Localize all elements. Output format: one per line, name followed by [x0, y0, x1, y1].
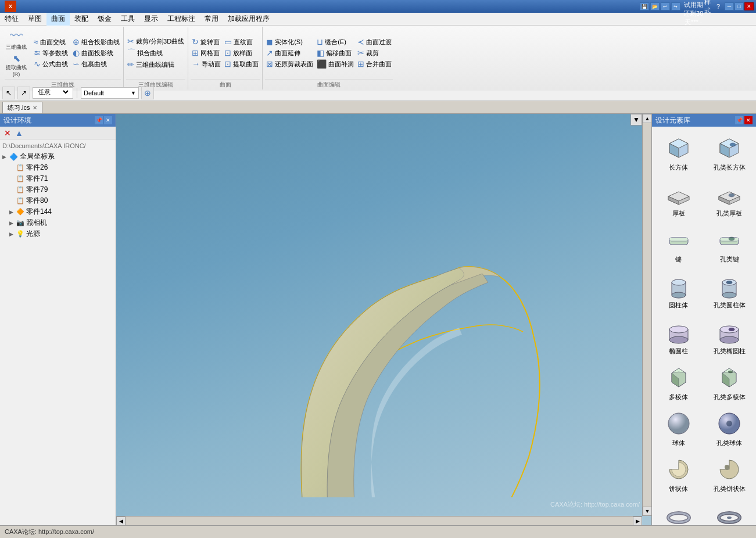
- toolbar-select-arrow[interactable]: ↖: [2, 87, 15, 99]
- doc-tab-close[interactable]: ✕: [33, 105, 37, 111]
- menu-item-sheetmetal[interactable]: 钣金: [93, 13, 116, 26]
- toolbar-design-selector[interactable]: Default ▼: [81, 87, 139, 99]
- menu-item-loadapp[interactable]: 加载应用程序: [223, 13, 274, 26]
- ribbon-btn-surface-blend[interactable]: ≺ 曲面过渡: [356, 37, 393, 47]
- ribbon-btn-extract-curve[interactable]: ⬉ 提取曲线(R): [5, 52, 28, 78]
- ribbon-btn-3dcurve-edit[interactable]: ✏ 三维曲线编辑: [126, 59, 185, 70]
- ribbon-btn-surface-projection[interactable]: ◐ 曲面投影线: [71, 48, 121, 58]
- menu-item-features[interactable]: 特征: [0, 13, 23, 26]
- tree-expander-light[interactable]: ▶: [9, 231, 16, 237]
- ribbon-btn-surface-extend[interactable]: ↗ 曲面延伸: [265, 48, 314, 58]
- ribbon-btn-extract-surface[interactable]: ⊡ 提取曲面: [223, 59, 260, 69]
- ribbon-btn-iso-param[interactable]: ≋ 等参数线: [33, 48, 69, 58]
- ribbon-btn-mesh-surface[interactable]: ⊞ 网格面: [191, 48, 222, 58]
- tree-expander-144[interactable]: ▶: [9, 209, 16, 215]
- design-item-hole-polyhedron[interactable]: 孔类多棱体: [705, 361, 754, 404]
- tree-part79[interactable]: 📋 零件79: [2, 184, 113, 195]
- menu-item-annotation[interactable]: 工程标注: [163, 13, 200, 26]
- right-panel-pin[interactable]: 📌: [735, 116, 743, 124]
- doc-tab-practice[interactable]: 练习.ics ✕: [2, 102, 42, 113]
- ribbon-btn-fit-curve[interactable]: ⌒ 拟合曲线: [126, 47, 185, 59]
- viewport[interactable]: CAXA论坛: http://top.caxa.com/ ▲ ▼ ◀ ▶ ▼: [116, 114, 651, 525]
- menu-item-display[interactable]: 显示: [139, 13, 163, 26]
- tree-part80[interactable]: 📋 零件80: [2, 195, 113, 206]
- ribbon-group-3dcurve: 〰 三维曲线 ⬉ 提取曲线(R) ≈ 曲面交线 ≋ 等参数线: [2, 27, 124, 89]
- close-btn[interactable]: ✕: [744, 2, 754, 10]
- ribbon-btn-fill-hole[interactable]: ⬛ 曲面补洞: [316, 59, 355, 69]
- design-item-sphere[interactable]: 球体: [654, 407, 703, 450]
- tree-camera[interactable]: ▶ 📷 照相机: [2, 217, 113, 228]
- scroll-right-btn[interactable]: ▶: [633, 517, 642, 526]
- menu-item-assembly[interactable]: 装配: [70, 13, 93, 26]
- design-item-hole-pie[interactable]: 孔类饼状体: [705, 453, 754, 496]
- design-item-hole-plate[interactable]: 孔类厚板: [705, 177, 754, 221]
- design-item-cylinder[interactable]: 圆柱体: [654, 269, 703, 313]
- design-item-key[interactable]: 键: [654, 223, 703, 267]
- ribbon-btn-wrap-curve[interactable]: ∽ 包裹曲线: [71, 59, 121, 69]
- design-item-hole-key[interactable]: 孔类键: [705, 223, 754, 267]
- toolbar-design-btn[interactable]: ⊕: [141, 87, 154, 99]
- ribbon-btn-offset-surface[interactable]: ◧ 偏移曲面: [316, 48, 355, 58]
- scroll-up-btn[interactable]: ▲: [643, 114, 651, 123]
- viewport-dropdown-btn[interactable]: ▼: [630, 114, 642, 125]
- design-item-pie[interactable]: 饼状体: [654, 453, 703, 496]
- toolbar-select-cursor[interactable]: ↗: [17, 87, 30, 99]
- ribbon-btn-stitch[interactable]: ⊔ 缝合(E): [316, 37, 355, 47]
- design-item-hole-box[interactable]: 孔类长方体: [705, 131, 754, 175]
- design-item-torus[interactable]: 圆环: [654, 498, 703, 525]
- ribbon-btn-restore-trim[interactable]: ⊠ 还原剪裁表面: [265, 59, 314, 69]
- toolbar-select-mode[interactable]: 任意: [33, 87, 73, 99]
- quick-save-btn[interactable]: 💾: [640, 2, 649, 10]
- viewport-scrollbar-v[interactable]: ▲ ▼: [642, 114, 651, 516]
- ribbon-btn-3dcurve[interactable]: 〰 三维曲线: [5, 28, 28, 52]
- design-item-polyhedron[interactable]: 多棱体: [654, 361, 703, 404]
- viewport-scrollbar-h[interactable]: ◀ ▶: [116, 516, 642, 525]
- quick-redo-btn[interactable]: ↪: [671, 2, 680, 10]
- tree-expander-global[interactable]: ▶: [2, 154, 9, 160]
- ribbon-btn-surface-intersection[interactable]: ≈ 曲面交线: [33, 37, 69, 47]
- ribbon-btn-solidify[interactable]: ◼ 实体化(S): [265, 37, 314, 47]
- design-label-cylinder: 圆柱体: [669, 301, 688, 310]
- design-item-hole-cylinder[interactable]: 孔类圆柱体: [705, 269, 754, 313]
- ribbon-btn-trim-split[interactable]: ✂ 裁剪/分割3D曲线: [126, 36, 185, 46]
- ribbon-btn-loft-surface[interactable]: ⊡ 放样面: [223, 48, 260, 58]
- tree-expander-camera[interactable]: ▶: [9, 220, 16, 226]
- mode-dropdown[interactable]: 任意: [35, 88, 70, 96]
- tree-part71[interactable]: 📋 零件71: [2, 173, 113, 184]
- menu-item-common[interactable]: 常用: [200, 13, 223, 26]
- design-label-hole-polyhedron: 孔类多棱体: [714, 393, 746, 401]
- tree-add-btn[interactable]: ▲: [14, 128, 24, 138]
- right-panel-close[interactable]: ✕: [744, 116, 753, 124]
- tree-part144[interactable]: ▶ 🔶 零件144: [2, 206, 113, 217]
- ribbon-btn-ruled-surface[interactable]: ▭ 直纹面: [223, 37, 260, 47]
- design-item-hole-sphere[interactable]: 孔类球体: [705, 407, 754, 450]
- ribbon-btn-sweep-surface[interactable]: → 导动面: [191, 59, 222, 69]
- menu-item-sketch[interactable]: 草图: [23, 13, 46, 26]
- quick-open-btn[interactable]: 📂: [650, 2, 660, 10]
- design-item-plate[interactable]: 厚板: [654, 177, 703, 221]
- tree-global-coord[interactable]: ▶ 🔷 全局坐标系: [2, 151, 113, 162]
- minimize-btn[interactable]: ─: [725, 2, 734, 10]
- tree-delete-btn[interactable]: ✕: [2, 128, 13, 138]
- ribbon-btn-combined-projection[interactable]: ⊕ 组合投影曲线: [71, 37, 121, 47]
- left-panel-pin[interactable]: 📌: [95, 116, 103, 124]
- design-item-hole-ellipse-cyl[interactable]: 孔类椭圆柱: [705, 315, 754, 358]
- maximize-btn[interactable]: □: [734, 2, 744, 10]
- tree-part26[interactable]: 📋 零件26: [2, 162, 113, 173]
- ribbon-btn-merge-surface[interactable]: ⊞ 合并曲面: [356, 59, 393, 69]
- scroll-left-btn[interactable]: ◀: [116, 517, 126, 526]
- help-label[interactable]: ?: [716, 3, 720, 10]
- quick-undo-btn[interactable]: ↩: [661, 2, 670, 10]
- design-item-hole-torus[interactable]: 孔类圆环: [705, 498, 754, 525]
- ribbon-btn-revolve-surface[interactable]: ↻ 旋转面: [191, 37, 222, 47]
- tree-light[interactable]: ▶ 💡 光源: [2, 228, 113, 239]
- tree-icon-global: 🔷: [9, 153, 18, 161]
- menu-item-tools[interactable]: 工具: [116, 13, 139, 26]
- design-item-ellipse-cyl[interactable]: 椭圆柱: [654, 315, 703, 358]
- design-item-box[interactable]: 长方体: [654, 131, 703, 175]
- scroll-down-btn[interactable]: ▼: [643, 507, 651, 516]
- left-panel-close[interactable]: ✕: [104, 116, 112, 124]
- menu-item-surface[interactable]: 曲面: [46, 13, 70, 26]
- ribbon-btn-formula-curve[interactable]: ∿ 公式曲线: [33, 59, 69, 69]
- ribbon-btn-trim[interactable]: ✂ 裁剪: [356, 48, 393, 58]
